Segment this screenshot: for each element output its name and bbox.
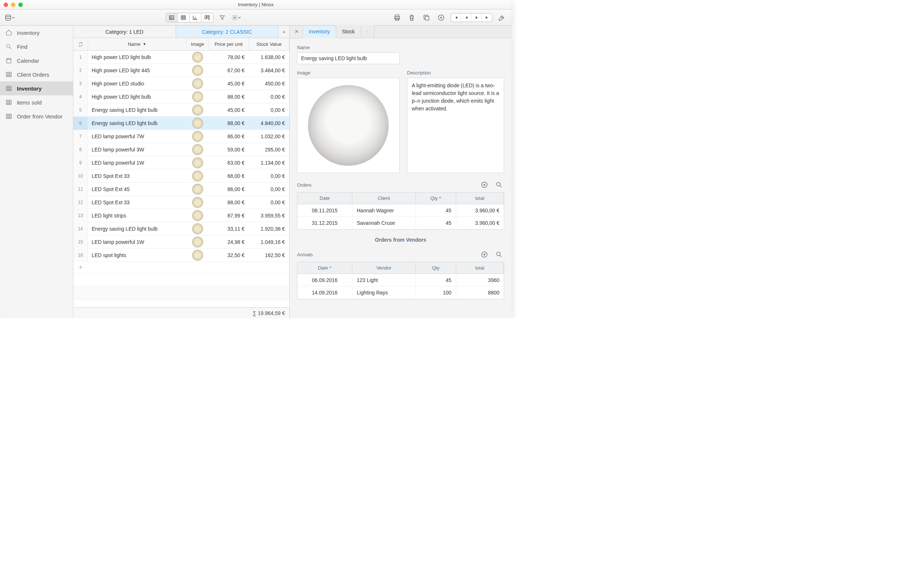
table-row[interactable]: 5 Energy saving LED light bulb 45,00 € 0… [73, 103, 289, 117]
maximize-window[interactable] [18, 3, 23, 7]
svg-rect-16 [6, 100, 11, 105]
tab-new[interactable] [361, 25, 375, 38]
col-header-stock[interactable]: Stock Value [249, 38, 289, 50]
orders-row[interactable]: 31.12.2015Savannah Cruse453.960,00 € [297, 217, 504, 229]
tab-inventory[interactable]: Inventory [303, 26, 336, 38]
image-box[interactable] [297, 78, 400, 173]
arrivals-col-qty[interactable]: Qty [416, 262, 456, 273]
table-row[interactable]: 4 High power LED light bulb 88,00 € 0,00… [73, 90, 289, 103]
print-button[interactable] [392, 13, 402, 23]
nav-next[interactable] [472, 14, 482, 22]
add-button[interactable] [436, 13, 446, 23]
category-tab[interactable]: Category: 2 CLASSIC [176, 26, 279, 38]
filter-button[interactable] [217, 13, 227, 23]
nav-prev[interactable] [461, 14, 472, 22]
cell-image [187, 237, 209, 248]
orders-search[interactable] [494, 179, 504, 190]
sidebar-item-items-sold[interactable]: items sold [0, 95, 73, 109]
search-icon [5, 43, 13, 50]
col-header-image[interactable]: Image [187, 38, 209, 50]
sidebar-item-label: Inventory [17, 30, 40, 36]
orders-row[interactable]: 08.11.2015Hannah Wagner453.960,00 € [297, 204, 504, 217]
grid-icon [5, 71, 13, 78]
table-row[interactable]: 11 LED Spot Ext 45 86,00 € 0,00 € [73, 183, 289, 196]
cell-price: 88,00 € [209, 94, 249, 100]
delete-button[interactable] [406, 13, 417, 23]
add-row[interactable]: + [73, 262, 289, 273]
cell-stock: 0,00 € [249, 173, 289, 179]
row-number: 2 [73, 64, 88, 77]
svg-rect-15 [6, 86, 11, 91]
table-row[interactable]: 14 Energy saving LED light bulb 33,11 € … [73, 222, 289, 235]
row-number: 11 [73, 183, 88, 196]
table-row[interactable]: 2 High power LED light 445 67,00 € 3.484… [73, 64, 289, 77]
arrivals-add[interactable] [479, 249, 489, 260]
table-row[interactable]: 3 High power LED studio 45,00 € 450,00 € [73, 77, 289, 90]
table-row[interactable]: 13 LED light strips 87,99 € 3.959,55 € [73, 209, 289, 222]
table-row[interactable]: 12 LED Spot Ext 33 88,00 € 0,00 € [73, 196, 289, 209]
table-row[interactable]: 10 LED Spot Ext 33 68,00 € 0,00 € [73, 170, 289, 183]
table-row[interactable]: 16 LED spot lights 32,50 € 162,50 € [73, 249, 289, 262]
sidebar-item-inventory[interactable]: Inventory [0, 81, 73, 95]
arrivals-row[interactable]: 14.09.2016Lighting Rays1008800 [297, 286, 504, 299]
table-row[interactable]: 1 High power LED light bulb 78,00 € 1.63… [73, 51, 289, 64]
cell-name: LED lamp powerful 1W [88, 160, 187, 166]
filter-icon [143, 43, 146, 46]
sidebar-item-inventory[interactable]: Inventory [0, 26, 73, 40]
refresh-icon[interactable] [73, 38, 88, 50]
close-detail[interactable]: ✕ [291, 25, 303, 38]
tab-stock[interactable]: Stock [336, 25, 361, 38]
cell-image [187, 65, 209, 76]
orders-col-qty[interactable]: Qty ^ [416, 192, 456, 204]
sidebar-item-client-orders[interactable]: Client Orders [0, 67, 73, 81]
name-label: Name [297, 45, 504, 50]
sidebar: InventoryFindCalendarClient OrdersInvent… [0, 26, 73, 318]
col-header-price[interactable]: Price per unit [209, 38, 249, 50]
duplicate-button[interactable] [421, 13, 432, 23]
nav-first[interactable] [451, 14, 461, 22]
empty-row [73, 273, 289, 287]
arrivals-row[interactable]: 06.09.2016123 Light453960 [297, 274, 504, 286]
database-menu[interactable] [5, 13, 15, 23]
orders-add[interactable] [479, 179, 489, 190]
window-titlebar: Inventory | Ninox [0, 0, 511, 10]
thumbnail-icon [192, 157, 203, 168]
table-row[interactable]: 8 LED lamp powerful 3W 59,00 € 295,00 € [73, 143, 289, 156]
table-row[interactable]: 7 LED lamp powerful 7W 86,00 € 1.032,00 … [73, 130, 289, 143]
row-number: 7 [73, 130, 88, 143]
table-row[interactable]: 9 LED lamp powerful 1W 63,00 € 1.134,00 … [73, 156, 289, 170]
image-label: Image [297, 70, 400, 76]
arrivals-col-vendor[interactable]: Vendor [352, 262, 416, 273]
view-chart[interactable] [190, 13, 201, 22]
view-table[interactable] [166, 13, 178, 22]
row-number: 8 [73, 143, 88, 156]
cell-image [187, 197, 209, 208]
arrivals-col-date[interactable]: Date ^ [297, 262, 352, 273]
orders-col-client[interactable]: Client [352, 192, 416, 204]
cell-name: High power LED studio [88, 81, 187, 87]
minimize-window[interactable] [11, 3, 15, 7]
view-kanban[interactable] [201, 13, 213, 22]
arrivals-col-total[interactable]: total [456, 262, 504, 273]
cell-name: LED lamp powerful 3W [88, 147, 187, 152]
cell-price: 86,00 € [209, 186, 249, 192]
wrench-button[interactable] [497, 13, 507, 23]
view-grid[interactable] [178, 13, 190, 22]
col-header-name[interactable]: Name [88, 38, 187, 50]
sidebar-item-order-from-vendor[interactable]: Order from Vendor [0, 109, 73, 123]
table-row[interactable]: 6 Energy saving LED light bulb 88,00 € 4… [73, 117, 289, 130]
close-window[interactable] [4, 3, 8, 7]
name-input[interactable]: Energy saving LED light bulb [297, 52, 400, 64]
arrivals-search[interactable] [494, 249, 504, 260]
orders-col-total[interactable]: total [456, 192, 504, 204]
table-row[interactable]: 15 LED lamp powerful 1W 24,98 € 1.049,16… [73, 235, 289, 249]
category-tab[interactable]: Category: 1 LED [73, 26, 176, 38]
nav-last[interactable] [482, 14, 492, 22]
description-input[interactable]: A light-emitting diode (LED) is a two-le… [407, 78, 504, 173]
settings-button[interactable] [231, 13, 241, 23]
sidebar-item-calendar[interactable]: Calendar [0, 54, 73, 67]
cell-price: 87,99 € [209, 213, 249, 219]
sidebar-item-find[interactable]: Find [0, 40, 73, 54]
orders-col-date[interactable]: Date [297, 192, 352, 204]
add-category[interactable]: + [278, 26, 289, 38]
